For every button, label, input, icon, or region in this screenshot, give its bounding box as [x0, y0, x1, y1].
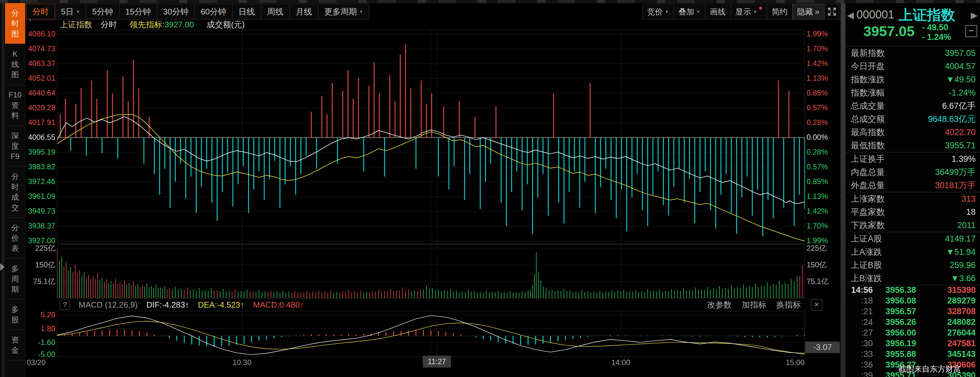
price-axis-label: 3938.37: [18, 222, 55, 230]
tab-label: 周线: [267, 6, 283, 17]
watermark: 截图来自东方财富: [898, 364, 961, 374]
macd-actions: 改参数加指标换指标×: [707, 299, 822, 310]
chevron-down-icon: ▼: [753, 10, 757, 14]
chevron-down-icon: ▼: [76, 10, 80, 14]
tab-5min[interactable]: 5分钟: [86, 4, 119, 19]
tab-monthly[interactable]: 月线: [290, 4, 318, 19]
chart-canvas[interactable]: [0, 0, 980, 377]
percent-axis-label: 1.99%: [807, 30, 844, 38]
percent-axis-label: 0.85%: [807, 89, 844, 97]
crosshair-macd-value: -3.07: [805, 342, 840, 353]
tab-label: 更多周期: [325, 6, 357, 17]
turnover-label: 成交额(元): [207, 19, 245, 30]
up-arrow-icon: ↑: [185, 300, 189, 309]
macd-axis-label: -5.00: [18, 350, 55, 358]
percent-axis-label: 0.00%: [807, 133, 844, 142]
price-axis-label: 3972.46: [18, 178, 55, 186]
leading-indicator-label: 领先指标:: [129, 19, 164, 30]
tab-more-periods[interactable]: 更多周期▼: [318, 4, 370, 19]
draw-line-button[interactable]: 画线: [705, 4, 731, 19]
button-label: 隐藏: [797, 6, 813, 17]
tab-15min[interactable]: 15分钟: [119, 4, 157, 19]
simple-mode-button[interactable]: 简约: [767, 4, 793, 19]
chart-mode-label: 分时: [100, 19, 117, 30]
tab-label: 5日: [61, 6, 73, 17]
percent-axis-label: 1.42%: [807, 59, 844, 68]
price-axis-label: 4029.28: [18, 104, 55, 112]
tab-60min[interactable]: 60分钟: [194, 4, 232, 19]
volume-axis-label: 150亿: [18, 261, 55, 269]
macd-axis-label: 1.80: [18, 325, 55, 333]
tab-label: 分时: [32, 6, 49, 17]
overlay-button[interactable]: 叠加▼: [673, 4, 705, 19]
button-label: 显示: [735, 6, 751, 17]
percent-axis-label: 0.28%: [807, 148, 844, 156]
macd-hist-value: MACD:0.480↑: [253, 300, 304, 310]
percent-axis-label: 1.13%: [807, 74, 844, 82]
tab-label: 5分钟: [92, 6, 113, 17]
change-params-link[interactable]: 改参数: [707, 299, 732, 310]
tab-label: 60分钟: [201, 6, 226, 17]
time-axis-label: 14:00: [611, 358, 630, 367]
leading-indicator-value: 3927.00: [164, 20, 194, 30]
time-axis-label: 03/20: [27, 358, 46, 367]
tab-label: 15分钟: [126, 6, 151, 17]
button-label: 叠加: [679, 6, 694, 17]
volume-axis-label: 150亿: [807, 261, 844, 269]
add-indicator-link[interactable]: 加指标: [742, 299, 766, 310]
macd-axis-label: -1.60: [18, 338, 55, 347]
price-axis-label: 3983.82: [18, 163, 55, 171]
fullscreen-button[interactable]: [824, 4, 840, 19]
price-axis-label: 4086.10: [18, 30, 55, 38]
help-icon[interactable]: ?: [60, 300, 70, 310]
price-axis-label: 3949.73: [18, 207, 55, 215]
price-axis-label: 3995.19: [18, 148, 55, 156]
macd-dif-value: DIF:-4.283↑: [146, 300, 189, 310]
percent-axis-label: 1.70%: [807, 222, 844, 230]
price-axis-label: 3961.09: [18, 192, 55, 200]
macd-axis-label: 5.20: [18, 311, 55, 319]
chevron-down-icon: ▼: [696, 10, 700, 14]
double-chevron-icon: »: [815, 7, 819, 17]
chevron-down-icon: ▼: [359, 10, 363, 14]
volume-axis-label: 225亿: [807, 244, 844, 252]
percent-axis-label: 0.57%: [807, 163, 844, 171]
tab-label: 月线: [296, 6, 312, 17]
notification-dot: [759, 6, 762, 10]
price-axis-label: 4063.37: [18, 59, 55, 68]
tab-label: 30分钟: [163, 6, 189, 17]
crosshair-time-label: 11:27: [423, 356, 451, 367]
time-axis-label: 15:00: [786, 358, 805, 367]
hide-button[interactable]: 隐藏»: [792, 4, 824, 19]
close-icon[interactable]: ×: [811, 299, 822, 310]
percent-axis-label: 1.70%: [807, 45, 844, 53]
period-tabs: 分时5日▼5分钟15分钟30分钟60分钟日线周线月线更多周期▼: [26, 4, 369, 19]
button-label: 画线: [710, 6, 726, 17]
chevron-down-icon: ▼: [665, 10, 669, 14]
tab-daily[interactable]: 日线: [232, 4, 261, 19]
macd-header: ? MACD (12,26,9) DIF:-4.283↑ DEA:-4.523↑…: [60, 299, 304, 310]
price-axis-label: 4074.73: [18, 45, 55, 53]
switch-indicator-link[interactable]: 换指标: [776, 299, 801, 310]
tab-label: 日线: [239, 6, 255, 17]
tab-weekly[interactable]: 周线: [261, 4, 290, 19]
price-axis-label: 4040.64: [18, 89, 55, 97]
volume-axis-label: 75.1亿: [807, 277, 844, 286]
percent-axis-label: 0.28%: [807, 118, 844, 127]
price-axis-label: 4052.01: [18, 74, 55, 82]
volume-axis-label: 75.1亿: [18, 277, 55, 286]
macd-indicator-name: MACD (12,26,9): [79, 300, 138, 310]
chart-title: 上证指数: [60, 19, 92, 30]
tab-5day[interactable]: 5日▼: [55, 4, 86, 19]
price-axis-label: 4006.55: [18, 133, 55, 142]
tab-intraday[interactable]: 分时: [26, 4, 55, 19]
percent-axis-label: 0.85%: [807, 178, 844, 186]
fullscreen-icon: [827, 7, 837, 16]
button-label: 竞价: [647, 6, 663, 17]
auction-button[interactable]: 竞价▼: [642, 4, 674, 19]
button-label: 简约: [772, 6, 788, 17]
tab-30min[interactable]: 30分钟: [157, 4, 195, 19]
display-button[interactable]: 显示▼: [730, 4, 767, 19]
volume-axis-label: 225亿: [18, 244, 55, 252]
percent-axis-label: 1.42%: [807, 207, 844, 215]
